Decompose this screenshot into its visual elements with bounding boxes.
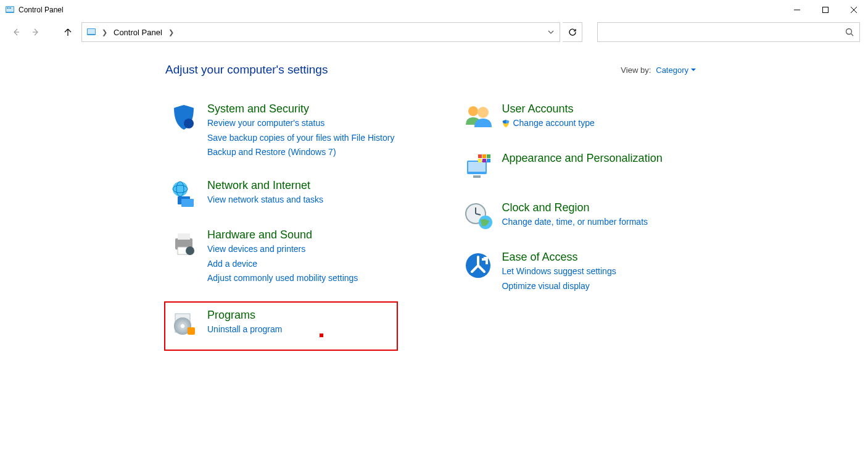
svg-rect-21 (178, 233, 190, 240)
svg-rect-5 (823, 7, 829, 13)
svg-rect-33 (473, 175, 481, 178)
content-area: Adjust your computer's settings View by:… (0, 44, 868, 351)
category-link[interactable]: Review your computer's status (207, 117, 394, 130)
search-input[interactable] (598, 28, 840, 37)
svg-rect-37 (478, 159, 482, 162)
category-title[interactable]: Hardware and Sound (207, 228, 358, 241)
svg-point-29 (468, 106, 478, 116)
svg-rect-34 (478, 154, 482, 158)
address-dropdown[interactable] (542, 23, 560, 41)
svg-line-13 (851, 34, 854, 36)
title-bar: Control Panel (0, 0, 868, 20)
programs-disc-icon[interactable] (169, 309, 199, 338)
address-bar[interactable]: ❯ Control Panel ❯ (81, 22, 560, 42)
control-panel-icon (5, 5, 15, 15)
category-title[interactable]: Ease of Access (502, 251, 616, 264)
ease-of-access-icon[interactable] (463, 251, 493, 280)
category-link[interactable]: Let Windows suggest settings (502, 265, 616, 279)
svg-rect-2 (7, 7, 9, 9)
svg-rect-35 (482, 154, 486, 158)
category-title[interactable]: Programs (207, 309, 282, 322)
svg-rect-19 (181, 199, 194, 207)
page-heading: Adjust your computer's settings (165, 63, 328, 77)
forward-button[interactable] (27, 23, 44, 41)
category-link[interactable]: View devices and printers (207, 243, 358, 256)
up-button[interactable] (59, 23, 76, 41)
category-network-internet: Network and Internet View network status… (165, 175, 398, 212)
svg-rect-28 (188, 327, 195, 335)
minimize-button[interactable] (783, 0, 811, 20)
svg-point-14 (184, 119, 194, 128)
window-title: Control Panel (19, 6, 64, 14)
maximize-button[interactable] (811, 0, 840, 20)
category-appearance: Appearance and Personalization (460, 148, 666, 185)
viewby-dropdown[interactable]: Category (656, 65, 696, 75)
breadcrumb-separator[interactable]: ❯ (98, 28, 111, 36)
category-link[interactable]: Adjust commonly used mobility settings (207, 272, 358, 285)
search-box[interactable] (597, 22, 860, 42)
svg-rect-36 (487, 154, 490, 158)
category-title[interactable]: Network and Internet (207, 179, 323, 192)
category-hardware-sound: Hardware and Sound View devices and prin… (165, 225, 398, 289)
category-title[interactable]: Clock and Region (502, 201, 648, 214)
category-link[interactable]: Optimize visual display (502, 280, 616, 293)
category-title[interactable]: Appearance and Personalization (502, 152, 662, 165)
category-clock-region: Clock and Region Change date, time, or n… (460, 198, 666, 235)
category-link[interactable]: View network status and tasks (207, 193, 323, 207)
svg-rect-39 (487, 159, 490, 162)
category-link[interactable]: Backup and Restore (Windows 7) (207, 146, 394, 159)
back-button[interactable] (7, 23, 25, 41)
svg-point-27 (181, 324, 184, 328)
globe-network-icon[interactable] (169, 179, 199, 209)
control-panel-icon (85, 27, 98, 37)
category-link[interactable]: Save backup copies of your files with Fi… (207, 132, 394, 145)
breadcrumb-separator[interactable]: ❯ (165, 28, 178, 36)
category-link[interactable]: Uninstall a program (207, 323, 282, 337)
monitor-swatch-icon[interactable] (463, 152, 493, 182)
svg-point-30 (477, 107, 489, 118)
svg-rect-11 (88, 29, 95, 34)
uac-shield-icon (502, 119, 510, 128)
svg-rect-38 (482, 159, 486, 162)
navigation-row: ❯ Control Panel ❯ (0, 20, 868, 44)
category-title[interactable]: System and Security (207, 103, 394, 115)
category-column-right: User Accounts Change account type Appear… (460, 99, 666, 351)
users-icon[interactable] (463, 103, 493, 132)
clock-globe-icon[interactable] (463, 201, 493, 231)
svg-point-15 (173, 182, 188, 196)
refresh-button[interactable] (563, 22, 582, 42)
category-link[interactable]: Add a device (207, 258, 358, 271)
category-title[interactable]: User Accounts (502, 103, 594, 115)
annotation-dot (320, 333, 323, 337)
category-column-left: System and Security Review your computer… (165, 99, 398, 351)
category-link[interactable]: Change account type (502, 117, 594, 130)
svg-point-23 (186, 246, 194, 255)
svg-rect-32 (468, 162, 486, 172)
search-icon[interactable] (840, 28, 859, 36)
shield-icon[interactable] (169, 103, 199, 132)
svg-rect-3 (9, 7, 11, 9)
close-button[interactable] (840, 0, 868, 20)
category-link[interactable]: Change date, time, or number formats (502, 216, 648, 229)
viewby-label: View by: (621, 65, 651, 75)
breadcrumb-root[interactable]: Control Panel (111, 28, 165, 37)
printer-icon[interactable] (169, 228, 199, 258)
svg-point-12 (846, 29, 852, 35)
category-ease-of-access: Ease of Access Let Windows suggest setti… (460, 247, 666, 296)
category-user-accounts: User Accounts Change account type (460, 99, 666, 136)
category-system-security: System and Security Review your computer… (165, 99, 398, 163)
category-programs: Programs Uninstall a program (164, 301, 398, 351)
